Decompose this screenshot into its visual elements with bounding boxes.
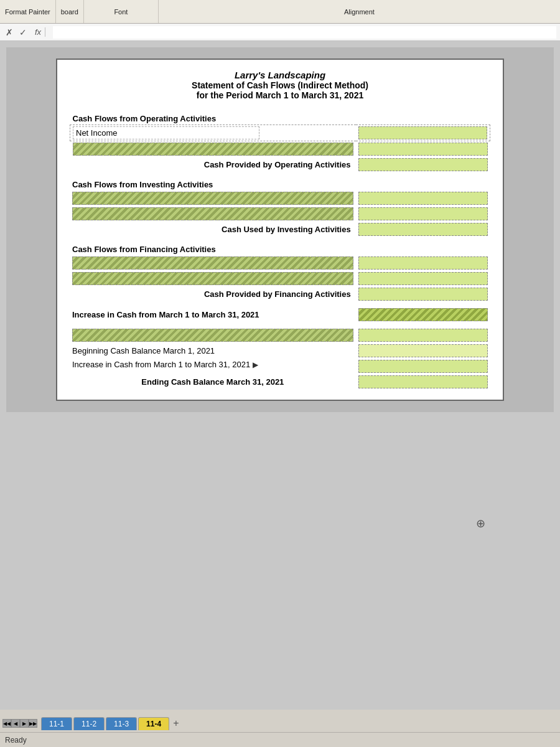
- beginning-balance-value[interactable]: [356, 343, 490, 359]
- financing-summary-label: Cash Provided by Financing Activities: [70, 286, 356, 302]
- increase-cash-section: Increase in Cash from March 1 to March 3…: [70, 307, 490, 322]
- increase-cash-label: Increase in Cash from March 1 to March 3…: [70, 307, 356, 322]
- ending-balance-label: Ending Cash Balance March 31, 2021: [70, 374, 356, 390]
- operating-summary-value[interactable]: [356, 157, 490, 172]
- sheet-nav: ◀◀ ◀ ▶ ▶▶: [2, 719, 37, 728]
- alignment-section: Alignment: [159, 0, 560, 23]
- operating-activities-section: Cash Flows from Operating Activities Net…: [70, 113, 490, 172]
- financing-summary-row: Cash Provided by Financing Activities: [70, 286, 490, 302]
- increase-cash-value[interactable]: [356, 307, 490, 322]
- sheet-container: Larry's Landscaping Statement of Cash Fl…: [6, 47, 554, 412]
- format-painter-section: Format Painter: [0, 0, 56, 23]
- net-income-value-cell[interactable]: [356, 125, 490, 141]
- operating-stripe-row-1: [70, 141, 490, 157]
- format-painter-label: Format Painter: [5, 8, 50, 16]
- confirm-icon[interactable]: ✓: [17, 27, 29, 37]
- formula-bar: ✗ ✓ fx: [0, 24, 560, 41]
- sheet-tab-11-2[interactable]: 11-2: [73, 717, 105, 730]
- financing-stripe-row-2: [70, 271, 490, 286]
- beginning-balance-row: Beginning Cash Balance March 1, 2021: [70, 343, 490, 359]
- title-line1: Larry's Landscaping: [70, 70, 490, 80]
- spreadsheet-area: Larry's Landscaping Statement of Cash Fl…: [0, 41, 560, 710]
- status-bar: Ready: [0, 732, 560, 747]
- final-summary-section: Beginning Cash Balance March 1, 2021 Inc…: [70, 327, 490, 390]
- worksheet: Larry's Landscaping Statement of Cash Fl…: [56, 59, 504, 401]
- final-stripe-row: [70, 327, 490, 343]
- font-label: Font: [114, 8, 128, 16]
- operating-summary-label: Cash Provided by Operating Activities: [70, 157, 356, 172]
- increase-cash-row: Increase in Cash from March 1 to March 3…: [70, 307, 490, 322]
- investing-summary-value[interactable]: [356, 222, 490, 237]
- sheet-tab-11-4[interactable]: 11-4: [138, 717, 169, 730]
- financing-stripe-row-1: [70, 255, 490, 271]
- investing-stripe-row-1: [70, 190, 490, 206]
- operating-summary-row: Cash Provided by Operating Activities: [70, 157, 490, 172]
- net-income-label: Net Income: [70, 125, 356, 141]
- investing-stripe-row-2: [70, 206, 490, 222]
- investing-summary-row: Cash Used by Investing Activities: [70, 222, 490, 237]
- nav-last-sheet[interactable]: ▶▶: [29, 719, 37, 728]
- nav-first-sheet[interactable]: ◀◀: [2, 719, 11, 728]
- ending-balance-row: Ending Cash Balance March 31, 2021: [70, 374, 490, 390]
- sheet-tab-11-3[interactable]: 11-3: [106, 717, 137, 730]
- increase-cash-row-2: Increase in Cash from March 1 to March 3…: [70, 359, 490, 374]
- sheet-tabs-bar: ◀◀ ◀ ▶ ▶▶ 11-1 11-2 11-3 11-4 +: [0, 715, 560, 732]
- investing-summary-label: Cash Used by Investing Activities: [70, 222, 356, 237]
- beginning-balance-label: Beginning Cash Balance March 1, 2021: [70, 343, 356, 359]
- nav-prev-sheet[interactable]: ◀: [11, 719, 20, 728]
- increase-cash-label-2: Increase in Cash from March 1 to March 3…: [70, 359, 264, 370]
- investing-header: Cash Flows from Investing Activities: [70, 179, 490, 190]
- ready-status: Ready: [5, 736, 27, 745]
- financing-header: Cash Flows from Financing Activities: [70, 243, 490, 255]
- font-section: Font: [84, 0, 159, 23]
- operating-header: Cash Flows from Operating Activities: [70, 113, 490, 125]
- cancel-icon[interactable]: ✗: [4, 27, 15, 37]
- financing-activities-section: Cash Flows from Financing Activities: [70, 243, 490, 302]
- nav-next-sheet[interactable]: ▶: [20, 719, 29, 728]
- board-section: board: [56, 0, 84, 23]
- add-sheet-button[interactable]: +: [170, 718, 181, 729]
- sheet-tab-11-1[interactable]: 11-1: [41, 717, 72, 730]
- ending-balance-value[interactable]: [356, 374, 490, 390]
- investing-activities-section: Cash Flows from Investing Activities: [70, 179, 490, 237]
- title-line3: for the Period March 1 to March 31, 2021: [70, 90, 490, 100]
- document-title: Larry's Landscaping Statement of Cash Fl…: [70, 70, 490, 100]
- title-line2: Statement of Cash Flows (Indirect Method…: [70, 80, 490, 90]
- financing-summary-value[interactable]: [356, 286, 490, 302]
- fx-label: fx: [31, 27, 45, 37]
- arrow-indicator: ▶: [253, 360, 258, 369]
- toolbar: Format Painter board Font Alignment: [0, 0, 560, 24]
- alignment-label: Alignment: [344, 8, 375, 16]
- formula-bar-controls: ✗ ✓ fx: [4, 27, 48, 37]
- formula-input[interactable]: [53, 26, 556, 39]
- crosshair-icon: ⊕: [476, 517, 485, 530]
- board-label: board: [61, 8, 78, 16]
- increase-cash-value-2[interactable]: [356, 359, 490, 374]
